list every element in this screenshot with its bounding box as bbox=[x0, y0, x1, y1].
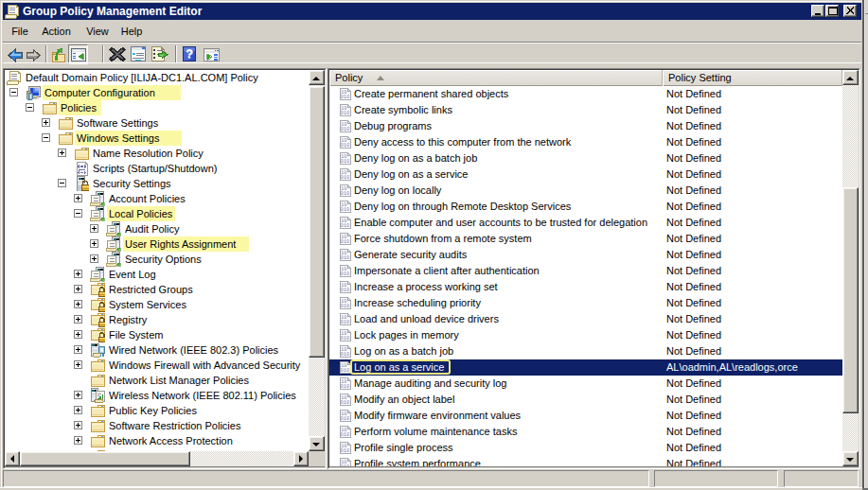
svg-text:010: 010 bbox=[341, 287, 350, 293]
svg-text:010: 010 bbox=[341, 158, 350, 165]
svg-text:010: 010 bbox=[341, 415, 350, 422]
svg-text:010: 010 bbox=[341, 351, 350, 358]
svg-text:010: 010 bbox=[341, 431, 350, 438]
svg-text:?: ? bbox=[186, 46, 193, 61]
svg-text:010: 010 bbox=[341, 464, 350, 466]
svg-text:010: 010 bbox=[341, 319, 350, 325]
svg-text:010: 010 bbox=[341, 303, 350, 309]
svg-text:010: 010 bbox=[341, 222, 350, 229]
svg-text:010: 010 bbox=[341, 142, 350, 149]
svg-text:010: 010 bbox=[341, 367, 350, 374]
svg-text:010: 010 bbox=[341, 271, 350, 277]
svg-text:010: 010 bbox=[341, 94, 350, 100]
svg-text:010: 010 bbox=[341, 190, 350, 197]
svg-text:010: 010 bbox=[341, 206, 350, 213]
svg-text:010: 010 bbox=[341, 174, 350, 181]
svg-text:010: 010 bbox=[341, 399, 350, 406]
svg-text:010: 010 bbox=[341, 447, 350, 454]
svg-text:010: 010 bbox=[341, 383, 350, 390]
svg-text:010: 010 bbox=[341, 238, 350, 245]
svg-text:010: 010 bbox=[341, 126, 350, 132]
svg-text:010: 010 bbox=[341, 110, 350, 116]
svg-text:010: 010 bbox=[341, 254, 350, 261]
svg-text:010: 010 bbox=[341, 335, 350, 341]
